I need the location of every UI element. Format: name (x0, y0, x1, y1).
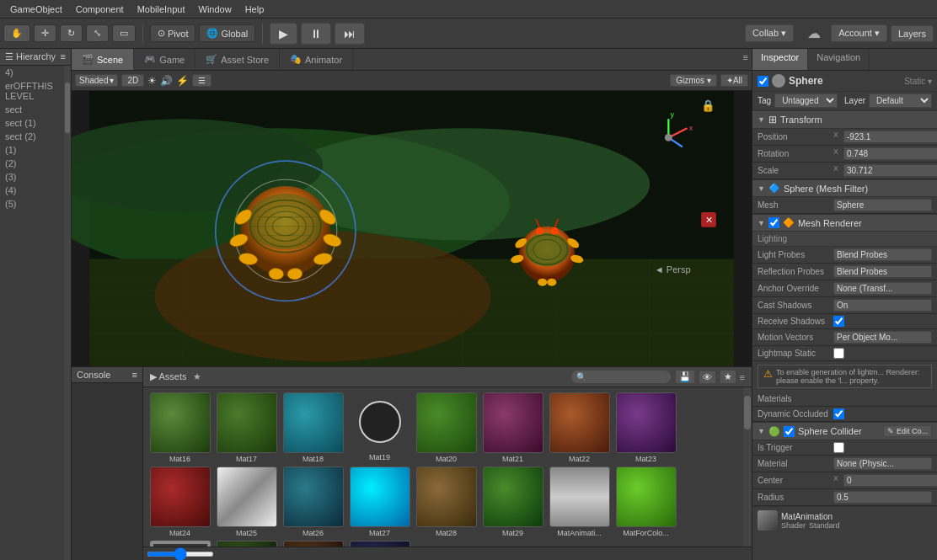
hierarchy-item-level[interactable]: erOFFTHIS LEVEL (0, 79, 64, 103)
asset-mat27[interactable]: Mat27 (348, 467, 411, 537)
material-value[interactable]: None (Physic... (833, 457, 932, 470)
assets-right-scrollbar[interactable] (743, 387, 752, 547)
tab-scene[interactable]: 🎬 Scene (72, 49, 134, 70)
is-trigger-checkbox[interactable] (833, 442, 844, 453)
mesh-filter-header[interactable]: ▼ 🔷 Sphere (Mesh Filter) (752, 179, 937, 197)
hierarchy-item-3[interactable]: (3) (0, 170, 64, 184)
hierarchy-scrollbar[interactable] (64, 66, 71, 560)
lightmap-static-checkbox[interactable] (833, 348, 844, 359)
static-dropdown[interactable]: Static ▾ (904, 77, 932, 86)
step-btn[interactable]: ⏭ (335, 23, 365, 45)
transform-header[interactable]: ▼ ⊞ Transform (752, 110, 937, 129)
asset-matramka[interactable]: MatRamka (148, 541, 211, 547)
edit-collider-btn[interactable]: ✎ Edit Co... (883, 425, 932, 437)
asset-mat17[interactable]: Mat17 (215, 392, 278, 463)
all-btn[interactable]: ✦All (720, 74, 748, 87)
rect-tool[interactable]: ▭ (112, 24, 136, 42)
radius-value[interactable] (833, 491, 932, 504)
assets-search-input[interactable] (570, 370, 672, 384)
rotate-tool[interactable]: ↻ (60, 24, 83, 42)
assets-menu-btn[interactable]: ≡ (740, 372, 745, 382)
assets-eye-btn[interactable]: 👁 (699, 371, 716, 384)
hierarchy-item-sect[interactable]: sect (0, 103, 64, 116)
viewport[interactable]: x y ◄ Persp 🔒 ✕ (72, 91, 752, 366)
shaded-dropdown[interactable]: Shaded ▾ (75, 74, 118, 87)
dynamic-occluded-checkbox[interactable] (833, 408, 844, 419)
hierarchy-item-4[interactable]: 4) (0, 66, 64, 79)
menu-gameobject[interactable]: GameObject (3, 3, 69, 16)
hand-tool[interactable]: ✋ (3, 24, 30, 42)
asset-matanimation[interactable]: MatAnimati... (548, 467, 611, 537)
menu-mobileinput[interactable]: MobileInput (131, 3, 192, 16)
inspector-content[interactable]: Sphere Static ▾ Tag Untagged Layer Defau… (752, 71, 937, 560)
hierarchy-item-5[interactable]: (5) (0, 197, 64, 211)
light-probes-value[interactable]: Blend Probes (833, 248, 932, 261)
hidden-btn[interactable]: ☰ (192, 74, 211, 87)
assets-grid-container[interactable]: Mat16 Mat17 Mat18 (143, 387, 743, 547)
asset-mat26[interactable]: Mat26 (281, 467, 345, 537)
asset-mat25[interactable]: Mat25 (215, 467, 278, 537)
layer-select[interactable]: Default (869, 93, 932, 108)
object-active-checkbox[interactable] (758, 76, 768, 87)
tab-navigation[interactable]: Navigation (808, 49, 870, 70)
console-menu[interactable]: ≡ (132, 370, 137, 380)
asset-matforcolor[interactable]: MatForColo... (614, 467, 677, 537)
asset-mat22[interactable]: Mat22 (548, 392, 611, 463)
asset-size-range[interactable] (147, 552, 214, 557)
2d-btn[interactable]: 2D (121, 74, 144, 87)
menu-window[interactable]: Window (192, 3, 238, 16)
mesh-renderer-checkbox[interactable] (768, 217, 779, 228)
reflection-probes-value[interactable]: Blend Probes (833, 265, 932, 278)
rotation-x[interactable] (843, 147, 937, 160)
play-btn[interactable]: ▶ (270, 23, 297, 45)
sphere-collider-checkbox[interactable] (784, 426, 795, 437)
hierarchy-item-2[interactable]: (2) (0, 157, 64, 170)
hierarchy-item-1[interactable]: (1) (0, 143, 64, 157)
asset-mat16[interactable]: Mat16 (148, 392, 211, 463)
pause-btn[interactable]: ⏸ (301, 23, 331, 45)
object-header: Sphere Static ▾ (752, 71, 937, 92)
mesh-renderer-header[interactable]: ▼ 🔶 Mesh Renderer (752, 214, 937, 232)
scale-x[interactable] (843, 164, 937, 177)
asset-mech1[interactable]: mech1 (215, 541, 278, 547)
asset-mat24[interactable]: Mat24 (148, 467, 211, 537)
position-x[interactable] (843, 131, 937, 143)
scene-menu-btn[interactable]: ≡ (740, 49, 752, 70)
tab-asset-store[interactable]: 🛒 Asset Store (195, 49, 280, 70)
tab-game[interactable]: 🎮 Game (134, 49, 195, 70)
hierarchy-item-sect2[interactable]: sect (2) (0, 130, 64, 143)
asset-mech2[interactable]: mech2 (281, 541, 345, 547)
cast-shadows-value[interactable]: On (833, 299, 932, 312)
asset-mat20[interactable]: Mat20 (415, 392, 478, 463)
gizmos-btn[interactable]: Gizmos ▾ (670, 74, 717, 87)
asset-mat29[interactable]: Mat29 (481, 467, 544, 537)
asset-mech3[interactable]: mech3 (348, 541, 411, 547)
motion-vectors-value[interactable]: Per Object Mo... (833, 331, 932, 344)
asset-mat19[interactable]: Mat19 (348, 392, 411, 463)
menu-help[interactable]: Help (238, 3, 271, 16)
hierarchy-item-4b[interactable]: (4) (0, 184, 64, 197)
hierarchy-menu[interactable]: ≡ (61, 51, 66, 61)
receive-shadows-checkbox[interactable] (833, 316, 844, 327)
assets-star-btn[interactable]: ★ (720, 370, 736, 384)
assets-save-btn[interactable]: 💾 (675, 370, 695, 384)
pivot-btn[interactable]: ⊙ Pivot (150, 24, 195, 42)
asset-mat23[interactable]: Mat23 (614, 392, 677, 463)
asset-mat21[interactable]: Mat21 (481, 392, 544, 463)
tab-inspector[interactable]: Inspector (752, 49, 808, 70)
center-x[interactable] (843, 474, 937, 487)
account-btn[interactable]: Account ▾ (831, 24, 887, 42)
tab-animator[interactable]: 🎭 Animator (280, 49, 353, 70)
asset-mat28[interactable]: Mat28 (415, 467, 478, 537)
anchor-override-value[interactable]: None (Transf... (833, 282, 932, 295)
move-tool[interactable]: ✛ (34, 24, 56, 42)
menu-component[interactable]: Component (69, 3, 131, 16)
hierarchy-item-sect1[interactable]: sect (1) (0, 116, 64, 130)
tag-select[interactable]: Untagged (774, 93, 838, 108)
layers-btn[interactable]: Layers (891, 25, 934, 42)
collab-btn[interactable]: Collab ▾ (745, 24, 794, 42)
asset-mat18[interactable]: Mat18 (281, 392, 345, 463)
global-btn[interactable]: 🌐 Global (199, 24, 255, 42)
sphere-collider-header[interactable]: ▼ 🟢 Sphere Collider ✎ Edit Co... (752, 422, 937, 440)
scale-tool[interactable]: ⤡ (86, 24, 109, 42)
